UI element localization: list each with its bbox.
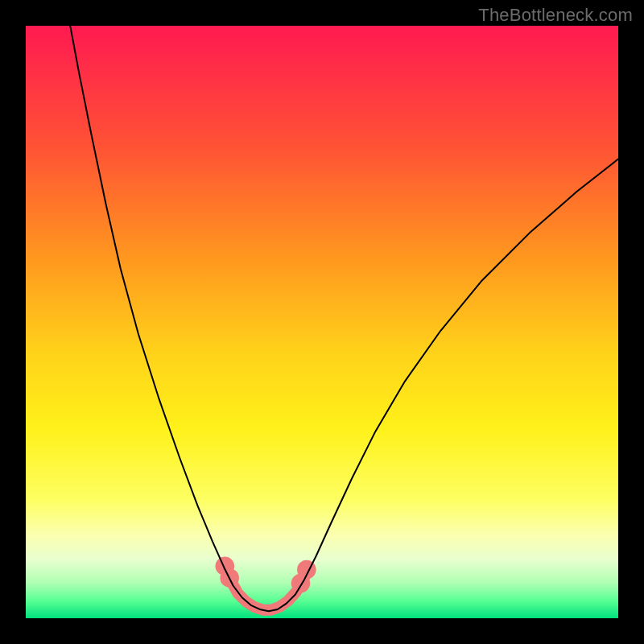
chart-svg <box>26 26 618 618</box>
frame: TheBottleneck.com <box>0 0 644 644</box>
plot-area <box>26 26 618 618</box>
gradient-background <box>26 26 618 618</box>
watermark-text: TheBottleneck.com <box>478 5 633 26</box>
